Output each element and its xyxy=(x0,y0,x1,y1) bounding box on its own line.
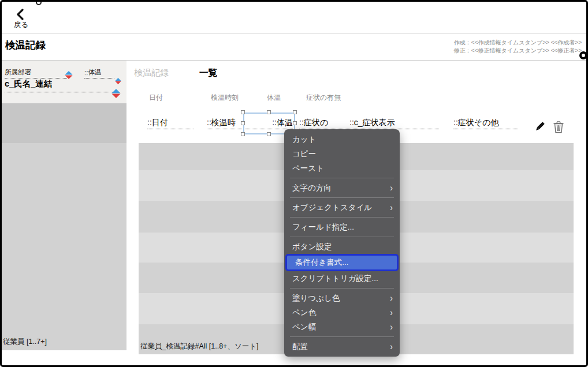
back-button-label: 戻る xyxy=(14,20,28,30)
menu-separator xyxy=(290,197,394,198)
column-header-date[interactable]: 日付 xyxy=(149,93,163,103)
submenu-arrow-icon: › xyxy=(390,179,393,196)
app-window: 戻る 検温記録 作成：<<作成情報タイムスタンプ>> <<作成者>> 修正：<<… xyxy=(0,0,588,367)
selection-handle[interactable] xyxy=(241,121,245,125)
form-preview-block-dark xyxy=(2,103,126,143)
menu-item-paste[interactable]: ペースト xyxy=(284,161,400,175)
sidebar-field-temperature[interactable]: ::体温 xyxy=(84,68,114,78)
selection-handle[interactable] xyxy=(293,121,297,125)
header-divider xyxy=(2,33,586,33)
list-status-text: 従業員_検温記録#All [1..8+、ソート] xyxy=(140,342,258,351)
field-object-symptom[interactable]: ::症状の xyxy=(299,118,352,129)
column-header-symptom[interactable]: 症状の有無 xyxy=(306,93,341,103)
submenu-arrow-icon: › xyxy=(390,199,393,216)
field-object-symptom-display[interactable]: ::c_症状表示 xyxy=(349,118,439,129)
back-button[interactable]: 戻る xyxy=(13,8,39,31)
selection-handle[interactable] xyxy=(293,110,297,114)
pencil-icon xyxy=(533,126,546,136)
menu-item-object-style[interactable]: オブジェクトスタイル › xyxy=(284,200,400,215)
menu-separator xyxy=(290,336,394,337)
menu-item-pen-width[interactable]: ペン幅 › xyxy=(284,320,400,334)
menu-item-text-direction[interactable]: 文字の方向 › xyxy=(284,181,400,195)
sidebar-field-department[interactable]: 所属部署 xyxy=(5,68,67,78)
object-visibility-icon[interactable] xyxy=(579,51,587,59)
menu-item-fill-color[interactable]: 塗りつぶし色 › xyxy=(284,291,400,305)
tab-list-view[interactable]: 一覧 xyxy=(199,67,217,79)
sort-diamond-icon xyxy=(65,71,73,81)
submenu-arrow-icon: › xyxy=(390,338,393,355)
modified-merge-field[interactable]: 修正：<<修正情報タイムスタンプ>> <<修正者>> xyxy=(454,47,582,55)
field-object-symptom-other[interactable]: ::症状その他 xyxy=(453,118,518,129)
sort-diamond-icon xyxy=(111,89,121,100)
page-title: 検温記録 xyxy=(5,38,46,52)
trash-icon xyxy=(552,126,565,136)
menu-separator xyxy=(290,217,394,218)
menu-item-script-trigger[interactable]: スクリプトトリガ設定... xyxy=(284,271,400,286)
sidebar-status-text: 従業員 [1..7+] xyxy=(3,337,47,347)
menu-item-pen-color[interactable]: ペン色 › xyxy=(284,305,400,320)
part-handle-icon[interactable] xyxy=(36,0,42,5)
menu-item-field-specify[interactable]: フィールド指定... xyxy=(284,220,400,234)
sort-diamond-icon xyxy=(115,76,121,87)
menu-item-copy[interactable]: コピー xyxy=(284,147,400,161)
menu-separator xyxy=(290,178,394,178)
column-header-temperature[interactable]: 体温 xyxy=(267,93,281,103)
menu-item-conditional-formatting[interactable]: 条件付き書式... xyxy=(285,254,399,271)
sidebar-field-name[interactable]: c_氏名_連結 xyxy=(5,78,115,92)
menu-item-button-setup[interactable]: ボタン設定 xyxy=(284,239,400,254)
selection-handle[interactable] xyxy=(267,132,271,136)
menu-item-cut[interactable]: カット xyxy=(284,132,400,147)
column-header-time[interactable]: 検温時刻 xyxy=(211,93,239,103)
menu-separator xyxy=(290,288,394,289)
tab-form-view[interactable]: 検温記録 xyxy=(134,68,169,78)
menu-separator xyxy=(290,237,394,237)
field-object-time[interactable]: ::検温時 xyxy=(207,118,242,129)
context-menu: カット コピー ペースト 文字の方向 › オブジェクトスタイル › フィールド指… xyxy=(284,129,400,357)
form-preview-block-light xyxy=(2,143,126,350)
edit-button[interactable] xyxy=(533,120,546,134)
selection-handle[interactable] xyxy=(267,110,271,114)
delete-button[interactable] xyxy=(552,120,566,134)
menu-item-arrange[interactable]: 配置 › xyxy=(284,339,400,354)
field-object-date[interactable]: ::日付 xyxy=(147,118,193,129)
selection-handle[interactable] xyxy=(241,132,245,136)
selection-handle[interactable] xyxy=(241,110,245,114)
submenu-arrow-icon: › xyxy=(390,319,393,335)
record-meta[interactable]: 作成：<<作成情報タイムスタンプ>> <<作成者>> 修正：<<修正情報タイムス… xyxy=(454,39,582,55)
created-merge-field[interactable]: 作成：<<作成情報タイムスタンプ>> <<作成者>> xyxy=(454,39,582,47)
